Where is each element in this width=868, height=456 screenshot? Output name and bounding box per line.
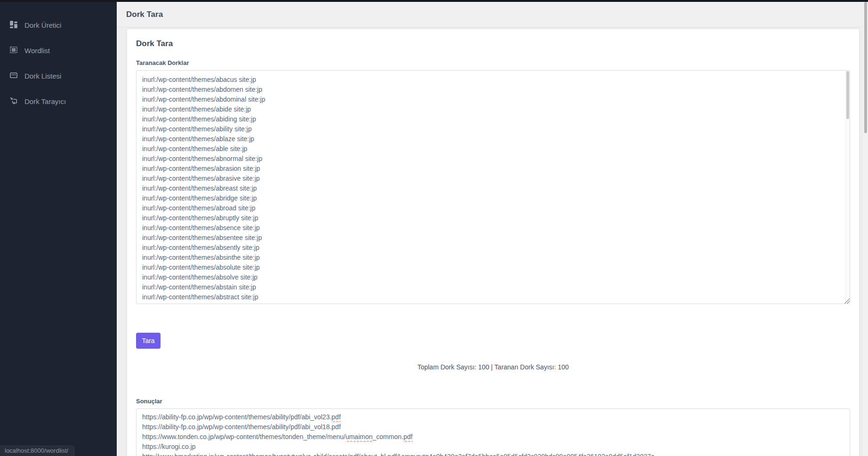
sidebar-item-label: Wordlist [24,47,50,55]
dork-line: inurl:/wp-content/themes/abdominal site:… [142,95,840,104]
page-scrollbar-thumb[interactable] [864,2,867,133]
textarea-resize-grip[interactable] [844,298,850,304]
dork-line: inurl:/wp-content/themes/abrasion site:j… [142,164,840,174]
dork-line: inurl:/wp-content/themes/abiding site:jp [142,114,840,124]
status-url-tooltip: localhost:8000/wordlist/ [0,446,74,456]
sidebar: Dork Üretici Wordlist [0,0,117,456]
dork-line: inurl:/wp-content/themes/absinthe site:j… [142,253,840,263]
dork-line: inurl:/wp-content/themes/ablaze site:jp [142,134,840,144]
result-line: https://kurogi.co.jp [142,442,840,452]
page-header: Dork Tara [117,2,863,27]
dork-line: inurl:/wp-content/themes/ability site:jp [142,124,840,134]
dorks-text-content: inurl:/wp-content/themes/abacus site:jpi… [137,71,850,304]
dork-line: inurl:/wp-content/themes/abacus site:jp [142,75,840,85]
sidebar-item-dork-tarayici[interactable]: Dork Tarayıcı [0,88,117,114]
dork-line: inurl:/wp-content/themes/abroad site:jp [142,203,840,213]
card-title: Dork Tara [136,39,850,49]
dork-line: inurl:/wp-content/themes/absurd site:jp [142,302,840,304]
result-line: https://www.tonden.co.jp/wp/wp-content/t… [142,432,840,442]
dork-line: inurl:/wp-content/themes/abdomen site:jp [142,85,840,95]
dork-line: inurl:/wp-content/themes/able site:jp [142,144,840,154]
dork-line: inurl:/wp-content/themes/abreast site:jp [142,184,840,193]
sidebar-item-dork-uretici[interactable]: Dork Üretici [0,12,117,38]
sidebar-item-label: Dork Listesi [24,72,61,80]
results-textarea[interactable]: https://ability-fp.co.jp/wp/wp-content/t… [136,408,850,456]
main-region: Dork Tara Taranacak Dorklar inurl:/wp-co… [117,27,863,456]
page-title: Dork Tara [126,10,163,19]
sidebar-item-label: Dork Üretici [24,21,61,29]
list-box-icon [9,71,18,81]
results-field-label: Sonuçlar [136,397,850,405]
dork-line: inurl:/wp-content/themes/abridge site:jp [142,193,840,203]
sidebar-item-wordlist[interactable]: Wordlist [0,38,117,63]
dork-line: inurl:/wp-content/themes/abstract site:j… [142,292,840,302]
result-line: https://ability-fp.co.jp/wp/wp-content/t… [142,422,840,432]
dork-tara-card: Dork Tara Taranacak Dorklar inurl:/wp-co… [127,29,859,456]
result-line: http://www.hmarketing.in/wp-content/them… [142,452,840,456]
scan-icon [9,96,18,106]
result-line: https://ability-fp.co.jp/wp/wp-content/t… [142,412,840,422]
dorks-textarea-scrollbar-thumb[interactable] [846,71,849,119]
dorks-textarea-scrollbar[interactable] [845,71,850,304]
dork-line: inurl:/wp-content/themes/abide site:jp [142,104,840,114]
dork-line: inurl:/wp-content/themes/abnormal site:j… [142,154,840,164]
dork-line: inurl:/wp-content/themes/abrasive site:j… [142,174,840,184]
content-area: Dork Tara Dork Tara Taranacak Dorklar in… [117,2,863,456]
wordlist-icon [9,46,18,56]
dork-line: inurl:/wp-content/themes/absence site:jp [142,223,840,233]
results-text-content: https://ability-fp.co.jp/wp/wp-content/t… [137,409,850,456]
sidebar-item-label: Dork Tarayıcı [24,97,66,105]
dork-line: inurl:/wp-content/themes/absolve site:jp [142,272,840,282]
dork-line: inurl:/wp-content/themes/abstain site:jp [142,282,840,292]
dork-line: inurl:/wp-content/themes/absolute site:j… [142,263,840,272]
dork-line: inurl:/wp-content/themes/abruptly site:j… [142,213,840,223]
app-page: Dork Üretici Wordlist [0,0,868,456]
window-top-edge [0,0,868,2]
page-scrollbar[interactable] [863,0,868,456]
dorks-field-label: Taranacak Dorklar [136,59,850,67]
grid-icon [9,20,18,30]
sidebar-item-dork-listesi[interactable]: Dork Listesi [0,63,117,88]
dorks-textarea[interactable]: inurl:/wp-content/themes/abacus site:jpi… [136,70,850,304]
dork-line: inurl:/wp-content/themes/absentee site:j… [142,233,840,243]
dork-line: inurl:/wp-content/themes/absently site:j… [142,243,840,253]
sidebar-nav: Dork Üretici Wordlist [0,0,117,114]
scan-button[interactable]: Tara [136,333,161,349]
scan-status-text: Toplam Dork Sayısı: 100 | Taranan Dork S… [136,363,850,371]
